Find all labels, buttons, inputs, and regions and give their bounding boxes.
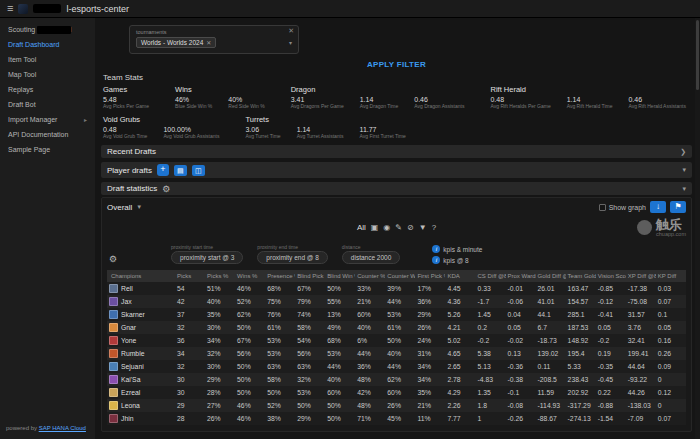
stat-cell: 11.59 <box>536 386 566 399</box>
stat-cell: 39% <box>385 282 415 295</box>
sidebar-item-label: Replays <box>8 86 33 93</box>
column-header-kda[interactable]: KDA <box>445 270 475 282</box>
scope-all-label[interactable]: All <box>357 223 366 232</box>
table-row-gnar[interactable]: Gnar3230%50%61%58%49%40%61%26%4.210.20.0… <box>107 321 686 334</box>
funnel-icon[interactable]: ▼ <box>419 223 427 232</box>
recent-drafts-bar[interactable]: Recent Drafts ❯ <box>101 145 692 158</box>
close-icon[interactable]: ✕ <box>288 27 294 35</box>
column-header-kp-diff[interactable]: KP Diff <box>656 270 686 282</box>
table-row-kai-sa[interactable]: Kai'Sa3029%50%58%32%40%48%62%34%2.78-4.8… <box>107 373 686 386</box>
proximity-end-pill[interactable]: proximity end @ 8 <box>257 251 327 264</box>
column-header-counter[interactable]: Counter % <box>355 270 385 282</box>
table-row-rell[interactable]: Rell5451%46%68%67%50%33%39%17%4.450.33-0… <box>107 282 686 295</box>
info-icon[interactable]: i <box>432 256 440 264</box>
column-header-first-pick[interactable]: First Pick % <box>415 270 445 282</box>
pencil-icon[interactable]: ✎ <box>395 223 402 232</box>
table-row-leona[interactable]: Leona2927%46%52%50%50%48%26%21%2.261.8-0… <box>107 399 686 412</box>
column-header-vision-score-diff[interactable]: Vision Score Diff <box>596 270 626 282</box>
chevron-right-icon[interactable]: ❯ <box>680 148 686 156</box>
player-drafts-bar[interactable]: Player drafts + ▤ ◫ ▾ <box>101 162 692 178</box>
column-header-picks[interactable]: Picks % <box>205 270 235 282</box>
champion-icon <box>109 375 118 384</box>
column-header-blind-pick[interactable]: Blind Pick % <box>295 270 325 282</box>
champion-icon <box>109 284 118 293</box>
stat-cell: 42% <box>355 386 385 399</box>
column-header-presence[interactable]: Presence % <box>265 270 295 282</box>
sidebar-item-sample-page[interactable]: Sample Page <box>0 142 95 157</box>
column-header-picks[interactable]: Picks <box>175 270 205 282</box>
distance-pill[interactable]: distance 2000 <box>342 251 400 264</box>
show-graph-checkbox[interactable] <box>599 204 606 211</box>
sidebar-item-item-tool[interactable]: Item Tool <box>0 52 95 67</box>
stat-cell: 0.16 <box>656 334 686 347</box>
info-icon[interactable]: i <box>432 245 440 253</box>
stat-cell: 32.41 <box>626 334 656 347</box>
tournament-tag[interactable]: Worlds - Worlds 2024 ✕ <box>136 37 216 48</box>
sidebar-item-replays[interactable]: Replays <box>0 82 95 97</box>
overall-tab[interactable]: Overall <box>107 203 132 212</box>
column-header-counter-win[interactable]: Counter Win % <box>385 270 415 282</box>
stat-cell: 1.45 <box>475 308 505 321</box>
stat-cell: 32% <box>295 373 325 386</box>
flag-button[interactable]: ⚑ <box>670 201 686 213</box>
column-header-gold-diff-8[interactable]: Gold Diff @8 <box>536 270 566 282</box>
table-row-rumble[interactable]: Rumble3432%56%53%56%53%44%40%31%4.655.38… <box>107 347 686 360</box>
table-row-skarner[interactable]: Skarner3735%62%76%74%13%60%53%29%5.261.4… <box>107 308 686 321</box>
stat-cell: 50% <box>325 412 355 425</box>
stat-cell: -0.41 <box>596 308 626 321</box>
column-header-prox-wards-diff[interactable]: Prox Wards Diff <box>506 270 536 282</box>
table-row-ezreal[interactable]: Ezreal3028%50%50%53%60%42%60%35%4.291.35… <box>107 386 686 399</box>
chevron-down-icon[interactable]: ▾ <box>682 166 686 174</box>
stat-cell: 50% <box>295 399 325 412</box>
table-row-jhin[interactable]: Jhin2826%46%38%29%50%71%45%11%7.771-0.26… <box>107 412 686 425</box>
stat-cell: 53% <box>385 308 415 321</box>
eye-icon[interactable]: ◉ <box>383 223 390 232</box>
copy-draft-button[interactable]: ◫ <box>192 165 205 176</box>
champion-icon <box>109 362 118 371</box>
column-header-cs-diff-8[interactable]: CS Diff @8 <box>475 270 505 282</box>
stat-cell: -0.38 <box>506 373 536 386</box>
sap-hana-cloud-link[interactable]: SAP HANA Cloud <box>39 425 86 431</box>
sidebar-item-draft-dashboard[interactable]: Draft Dashboard <box>0 37 95 52</box>
stat-cell: 36% <box>415 295 445 308</box>
table-row-sejuani[interactable]: Sejuani3230%50%63%63%44%36%44%34%2.655.1… <box>107 360 686 373</box>
sidebar-item-draft-bot[interactable]: Draft Bot <box>0 97 95 112</box>
help-icon[interactable]: ? <box>432 223 436 232</box>
sidebar-item-import-manager[interactable]: Import Manager▸ <box>0 112 95 127</box>
column-header-champions[interactable]: Champions <box>107 270 175 282</box>
add-draft-button[interactable]: + <box>157 164 169 176</box>
team-stats-row2: Void Grubs0.48Avg Void Grub Time100.00%A… <box>103 115 692 139</box>
grid-icon[interactable]: ▣ <box>371 223 379 232</box>
stat-cell: -1.7 <box>475 295 505 308</box>
chevron-down-icon[interactable]: ▾ <box>682 185 686 193</box>
scrollbar-thumb[interactable] <box>696 20 699 90</box>
champion-cell: Skarner <box>109 310 173 319</box>
table-row-jax[interactable]: Jax4240%52%75%79%55%21%44%36%4.36-1.7-0.… <box>107 295 686 308</box>
stat-cell: -0.2 <box>475 334 505 347</box>
column-header-wins[interactable]: Wins % <box>235 270 265 282</box>
chevron-down-icon[interactable]: ▾ <box>289 39 292 46</box>
chevron-down-icon[interactable]: ▼ <box>136 204 142 210</box>
sidebar-item-api-documentation[interactable]: API Documentation <box>0 127 95 142</box>
show-graph-toggle[interactable]: Show graph <box>599 204 646 211</box>
stat-cell: 32 <box>175 360 205 373</box>
slash-icon[interactable]: ⊘ <box>407 223 414 232</box>
table-row-yone[interactable]: Yone3634%67%53%54%68%6%50%24%5.02-0.2-0.… <box>107 334 686 347</box>
stat-cell: 26.01 <box>536 282 566 295</box>
column-header-team-gold-diff[interactable]: Team Gold Diff <box>566 270 596 282</box>
tag-remove-icon[interactable]: ✕ <box>206 39 211 46</box>
gear-icon[interactable]: ⚙ <box>162 184 170 194</box>
column-header-blind-win[interactable]: Blind Win % <box>325 270 355 282</box>
proximity-start-pill[interactable]: proximity start @ 3 <box>171 251 243 264</box>
hamburger-menu-icon[interactable]: ≡ <box>7 3 13 14</box>
settings-gear-icon[interactable]: ⚙ <box>109 254 117 264</box>
draft-statistics-bar[interactable]: Draft statistics ⚙ ▾ <box>101 182 692 195</box>
sidebar-item-map-tool[interactable]: Map Tool <box>0 67 95 82</box>
tournaments-field-label: tournaments <box>136 29 292 35</box>
apply-filter-button[interactable]: APPLY FILTER <box>101 60 692 69</box>
save-draft-button[interactable]: ▤ <box>174 165 187 176</box>
stat-cell: 5.02 <box>445 334 475 347</box>
column-header-xp-diff-8[interactable]: XP Diff @8 <box>626 270 656 282</box>
download-button[interactable]: ↓ <box>650 201 666 213</box>
sidebar-item-scouting-dashboard[interactable]: Scouting Dashboard <box>0 22 95 37</box>
